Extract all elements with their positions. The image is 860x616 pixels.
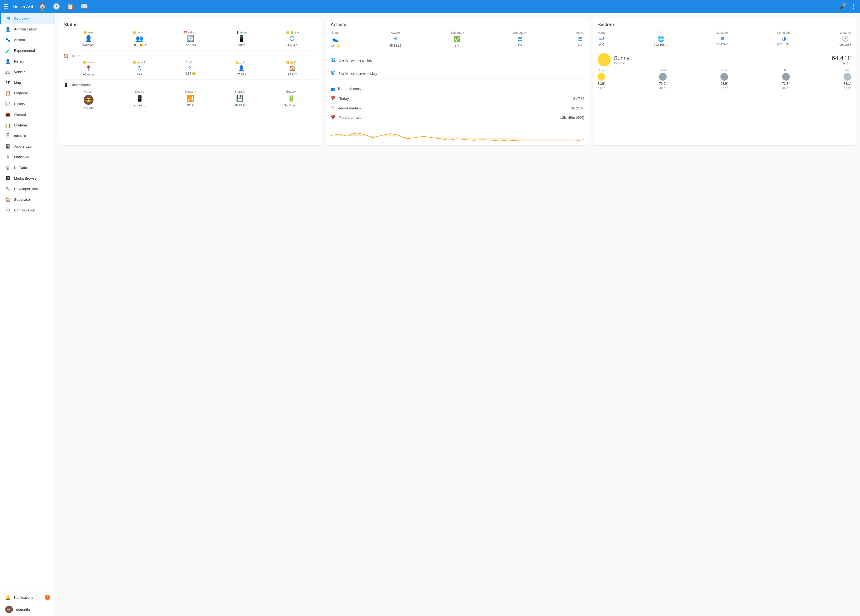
stationary-icon: 👥 [330,86,335,91]
sidebar-label-vehicle: Vehicle [14,70,50,74]
sidebar-item-history[interactable]: 📈 History [0,99,55,109]
home-header-where: 😊 where [64,61,113,64]
sidebar-item-developer-tools[interactable]: 🔧 Developer Tools [0,184,55,194]
mic-icon[interactable]: 🎤 [839,3,846,10]
floors-up-label: No floors up today [339,58,372,63]
home-value-sigma: 3.74 😊 [185,72,196,75]
nav-home[interactable]: 🏠 [39,3,46,10]
status-card: Status 😊 level 👤 Nominal 😊 nomin... 👥 60… [59,17,322,145]
status-header-status: 📱 status [217,31,267,34]
stationary-section-header: 👥 Too stationary [330,86,584,91]
status-col-wake: ⏰ wake ... 🔄 05:39:41 [166,31,215,47]
weather-day-fri: Fri 71.8° 48.6° [782,69,790,90]
home-header-ago: 😊 ago (×̄) [115,61,165,64]
sidebar-label-almond: Almond [14,112,50,116]
home-value-percent: 99.9 % [288,73,297,76]
influxdb-icon: 🗄 [5,133,11,138]
system-header-name: Name [598,31,606,34]
phone-icon-battery: 🔋 [287,95,295,102]
sidebar-item-administrators[interactable]: 👤 Administrators [0,24,55,35]
home-header-sigma: Σμ (1... [166,61,215,64]
experimental-icon: 🧪 [5,48,11,53]
system-icon-name: 🏷 [599,35,604,42]
sidebar-item-supervisor[interactable]: 🏠 Supervisor [0,194,55,205]
stationary-today-label: Today [339,97,570,101]
weather-day-low-thu: 48.2° [721,86,728,90]
system-value-ip: 192.168.... [654,43,668,46]
status-icon-status: 📱 [238,35,245,42]
sidebar: ⊞ Overview 👤 Administrators 🐾 Animal 🧪 E… [0,13,55,616]
sidebar-item-media-browser[interactable]: 🖼 Media Browser [0,173,55,184]
hamburger-menu[interactable]: ☰ [3,3,8,10]
home-col-ago: 😊 ago (×̄) ⏱ 57s [115,61,165,76]
phone-col-person: Person 😎 dcmartin [83,90,94,110]
weather-day-high-fri: 71.8° [782,82,790,86]
weather-sun-icon [598,53,611,66]
sidebar-item-grafana[interactable]: 📊 Grafana [0,120,55,130]
activity-value-sedentary: Off [518,44,522,47]
weather-day-icon-thu [720,73,728,81]
sidebar-item-configuration[interactable]: ⚙ Configuration [0,205,55,215]
status-value-level: Nominal [83,43,94,47]
sidebar-label-developer-tools: Developer Tools [14,187,50,191]
status-icon-wake: 🔄 [187,35,194,42]
home-icon-where: 📍 [85,65,92,72]
chart-area [330,124,584,141]
system-value-latitude: 37.1747° [716,42,728,46]
stationary-median-row: % Period median 96.25 % [330,104,584,113]
topbar-left: Motion Ã•👁 [13,5,34,9]
status-value-wake: 05:39:41 [185,43,196,47]
sidebar-item-map[interactable]: 🗺 Map [0,77,55,88]
weather-day-icon-wed [659,73,667,81]
nav-history[interactable]: 🕐 [53,3,60,10]
sidebar-item-user[interactable]: dc dcmartin [0,603,55,616]
home-icon-sigma: Σ [189,65,192,71]
sidebar-item-animal[interactable]: 🐾 Animal [0,35,55,45]
status-header-wake: ⏰ wake ... [166,31,215,34]
system-col-ip: IP 🌐 192.168.... [654,31,668,46]
sidebar-label-configuration: Configuration [14,208,50,212]
status-value-status: home [238,43,245,47]
stationary-today-row: 📅 Today 81.7 % [330,94,584,104]
system-cols: Name 🏷 p40 IP 🌐 192.168.... Latitude ⊕ 3… [598,31,851,46]
weather-forecast-label: forecast [614,61,829,65]
home-emoji: 🏠 [64,54,68,58]
sidebar-label-media-browser: Media Browser [14,176,50,181]
phone-header-device: Device [135,90,144,93]
sidebar-item-overview[interactable]: ⊞ Overview [0,13,55,24]
phone-col-storage: Storage 💾 65.79 % [234,90,245,110]
configuration-icon: ⚙ [5,207,11,213]
sidebar-item-person[interactable]: 👤 Person [0,56,55,67]
status-col-level: 😊 level 👤 Nominal [64,31,113,47]
system-header-longitude: Longitude [777,31,791,34]
sidebar-item-motion-ai[interactable]: 🏃 Motion-AI [0,152,55,162]
home-icon-chi: 👤 [238,65,245,72]
phone-header-network: Network [185,90,196,93]
stationary-title: Too stationary [337,86,361,91]
sidebar-item-vehicle[interactable]: 🚛 Vehicle [0,67,55,77]
status-header-level: 😊 level [64,31,113,34]
sidebar-label-netdata: NetData [14,166,50,170]
sidebar-item-netdata[interactable]: 📡 NetData [0,162,55,173]
weather-info: Sunny forecast [614,55,829,65]
sidebar-item-almond[interactable]: 🌰 Almond [0,109,55,120]
sidebar-item-influxdb[interactable]: 🗄 InfluxDB [0,130,55,141]
system-icon-weather: 🕐 [842,35,849,42]
more-icon[interactable]: ⋮ [851,3,857,10]
nav-book[interactable]: 📖 [81,3,88,10]
activity-col-steps: Steps 👟 423 🌟 [330,31,340,48]
sidebar-item-logbook[interactable]: 📋 Logbook [0,88,55,99]
sidebar-item-notifications[interactable]: 🔔 Notifications 5 [0,592,55,603]
sidebar-label-jupyterlab: JupyterLab [14,144,50,148]
user-avatar: dc [5,606,13,613]
system-icon-ip: 🌐 [658,35,664,42]
nav-table[interactable]: 📋 [67,3,74,10]
weather-day-icon-fri [782,73,790,81]
home-section-header: 🏠 Home [64,54,317,58]
activity-icon-sedentary: ☰ [518,36,522,42]
dashboard-grid: Status 😊 level 👤 Nominal 😊 nomin... 👥 60… [59,17,855,145]
sidebar-item-jupyterlab[interactable]: 📓 JupyterLab [0,141,55,152]
sidebar-item-experimental[interactable]: 🧪 Experimental [0,45,55,56]
status-icon-nominal: 👥 [136,35,143,42]
phone-value-device: dcmartin... [133,104,147,107]
